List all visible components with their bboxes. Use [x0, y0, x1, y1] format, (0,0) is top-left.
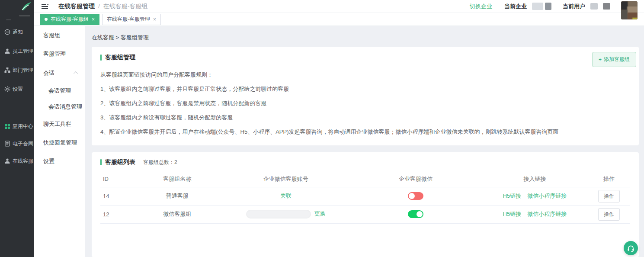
cell-id: 14: [100, 187, 132, 205]
sidebar-item-label: 应用中心: [13, 123, 33, 130]
header-right: 切换企业 当前企业 当前用户: [470, 3, 610, 10]
row-action-button[interactable]: 操作: [598, 190, 620, 202]
service-group-table: ID 客服组名称 企业微信客服账号 企业客服微信 接入链接 操作 14: [100, 171, 630, 224]
col-id: ID: [100, 171, 132, 187]
add-button-label: 添加客服组: [604, 56, 630, 63]
sidebar-item-app-center[interactable]: 应用中心: [0, 118, 34, 135]
sidebar-item-label: 部门管理: [13, 67, 33, 74]
workspace: 客服组 客服管理 会话 会话管理 会话消息管理 聊天工具栏 快捷回复管理 设置 …: [34, 26, 644, 257]
current-user-label: 当前用户: [563, 3, 585, 10]
logo-ghost: [6, 19, 11, 20]
list-card-title: 客服组列表: [105, 158, 135, 166]
headset-icon: [627, 244, 635, 252]
customer-service-fab[interactable]: [624, 241, 638, 255]
table-header-row: ID 客服组名称 企业微信客服账号 企业客服微信 接入链接 操作: [100, 171, 630, 187]
page-content: 在线客服 > 客服组管理 客服组管理 + 添加客服组 从客服组页面链接访问的用户…: [85, 26, 644, 257]
active-dot-icon: [45, 18, 48, 21]
mini-program-link[interactable]: 微信小程序链接: [527, 210, 567, 218]
main-column: 在线客服管理 / 在线客服-客服组 切换企业 当前企业 当前用户: [34, 0, 644, 257]
wecom-service-toggle[interactable]: [408, 210, 423, 218]
mini-program-link[interactable]: 微信小程序链接: [527, 192, 567, 200]
menu-item-session-group[interactable]: 会话: [34, 63, 85, 83]
sidebar-item-online-service[interactable]: 在线客服: [0, 152, 34, 170]
sidebar-item-label: 设置: [13, 86, 23, 93]
close-tab-icon[interactable]: ×: [92, 17, 95, 22]
app-logo: [0, 0, 34, 22]
tab-online-service-management[interactable]: 在线客服-客服管理 ×: [102, 14, 161, 25]
cell-group-name: 普通客服: [132, 187, 222, 205]
cell-id: 12: [100, 205, 132, 223]
menu-item-service-management[interactable]: 客服管理: [34, 45, 85, 63]
list-card-header: 客服组列表 客服组总数：2: [100, 158, 630, 166]
document-icon: [4, 141, 10, 147]
h5-link[interactable]: H5链接: [503, 210, 522, 218]
redacted-user-name: [603, 3, 610, 10]
apps-grid-icon: [4, 123, 10, 130]
table-row: 14 普通客服 关联 H5链接微信小程序链接 操作: [100, 187, 630, 205]
person-icon: [4, 158, 10, 164]
col-group-name: 客服组名称: [132, 171, 222, 187]
menu-item-session-message-management[interactable]: 会话消息管理: [34, 99, 85, 115]
menu-item-label: 快捷回复管理: [43, 139, 77, 147]
rules-card-title: 客服组管理: [105, 54, 135, 61]
accent-bar: [100, 55, 102, 61]
menu-item-label: 客服组: [43, 32, 60, 39]
person-icon: [4, 48, 10, 55]
tab-label: 在线客服-客服组: [51, 16, 89, 23]
user-avatar[interactable]: [621, 1, 638, 19]
menu-item-service-group[interactable]: 客服组: [34, 26, 85, 45]
logo-ghost: [19, 15, 30, 16]
associate-account-link[interactable]: 关联: [280, 193, 292, 199]
switch-company-link[interactable]: 切换企业: [470, 3, 492, 10]
sidebar-item-notifications[interactable]: 通知: [0, 22, 34, 42]
change-account-link[interactable]: 更换: [314, 210, 326, 217]
current-user: 当前用户: [563, 3, 610, 10]
sidebar-item-departments[interactable]: 部门管理: [0, 61, 34, 80]
col-actions: 操作: [588, 171, 630, 187]
menu-item-settings[interactable]: 设置: [34, 152, 85, 170]
accent-bar: [100, 159, 102, 165]
service-group-list-card: 客服组列表 客服组总数：2 ID 客服组名称 企业微信客服账号: [92, 152, 639, 257]
row-action-button[interactable]: 操作: [598, 208, 620, 221]
sidebar-item-label: 在线客服: [13, 157, 33, 165]
collapse-menu-icon[interactable]: [42, 3, 49, 10]
logo-swoosh-icon: [21, 1, 32, 13]
menu-item-quick-reply-management[interactable]: 快捷回复管理: [34, 133, 85, 152]
minus-circle-icon: [4, 29, 10, 35]
top-header: 在线客服管理 / 在线客服-客服组 切换企业 当前企业 当前用户: [34, 0, 644, 13]
sidebar-item-settings[interactable]: 设置: [0, 80, 34, 99]
current-company: 当前企业: [504, 3, 551, 10]
redacted-user-name: [590, 3, 598, 10]
toggle-knob: [409, 193, 415, 199]
table-row: 12 微信客服组 更换 H5链接微信小程序链接 操作: [100, 205, 630, 223]
col-wecom-service: 企业客服微信: [349, 171, 482, 187]
app-root: 通知 员工管理 部门管理 设置 应用中心: [0, 0, 644, 257]
tab-online-service-group[interactable]: 在线客服-客服组 ×: [40, 14, 99, 25]
sidebar-item-label: 员工管理: [13, 48, 33, 55]
chevron-up-icon: [74, 71, 78, 76]
cell-group-name: 微信客服组: [132, 205, 222, 223]
menu-item-label: 聊天工具栏: [43, 120, 71, 128]
h5-link[interactable]: H5链接: [503, 192, 522, 200]
wecom-service-toggle[interactable]: [408, 192, 423, 200]
header-breadcrumb-root: 在线客服管理: [58, 3, 95, 10]
tab-label: 在线客服-客服管理: [107, 16, 150, 23]
menu-item-chat-toolbar[interactable]: 聊天工具栏: [34, 115, 85, 133]
sidebar-item-e-contract[interactable]: 电子合同: [0, 135, 34, 152]
add-service-group-button[interactable]: + 添加客服组: [592, 52, 636, 67]
menu-item-label: 会话消息管理: [48, 103, 82, 111]
rules-intro: 从客服组页面链接访问的用户分配客服规则：: [100, 71, 630, 79]
menu-item-session-management[interactable]: 会话管理: [34, 83, 85, 99]
menu-item-label: 客服管理: [43, 50, 66, 58]
sidebar-item-employees[interactable]: 员工管理: [0, 42, 34, 61]
app-sidebar: 通知 员工管理 部门管理 设置 应用中心: [0, 0, 34, 257]
gear-icon: [4, 86, 10, 93]
redacted-company-name: [532, 3, 543, 10]
plus-icon: +: [599, 57, 602, 63]
rules-card-header: 客服组管理: [100, 54, 630, 61]
rule-item: 4、配置企业微信客服并开启后，用户在移动端(公众号、H5、小程序、APP)发起客…: [100, 128, 630, 136]
menu-item-label: 设置: [43, 157, 54, 165]
sidebar-item-label: 通知: [13, 29, 23, 36]
module-menu: 客服组 客服管理 会话 会话管理 会话消息管理 聊天工具栏 快捷回复管理 设置: [34, 26, 85, 257]
close-tab-icon[interactable]: ×: [153, 17, 156, 22]
